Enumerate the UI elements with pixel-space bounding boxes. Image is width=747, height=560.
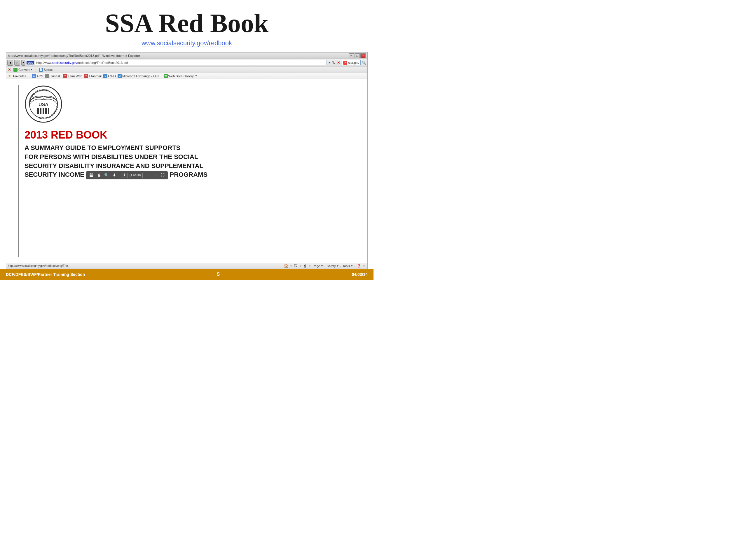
exchange-label: Microsoft Exchange - Outl...: [122, 74, 162, 78]
redbook-subtitle: A SUMMARY GUIDE TO EMPLOYMENT SUPPORTS F…: [25, 143, 229, 179]
favorites-item-uwo[interactable]: U UWO: [103, 74, 116, 78]
footer-page-number: 5: [217, 272, 220, 277]
favorites-item-itunes[interactable]: i iTunesU: [45, 74, 61, 78]
uwo-icon: U: [103, 74, 107, 78]
redbook-subtitle-line4-row: SECURITY INCOME 💾 🖨 🔍 ⬇ 1: [25, 170, 229, 179]
uwo-label: UWO: [108, 74, 116, 78]
pdf-toolbar: 💾 🖨 🔍 ⬇ 1 (1 of 60) −: [86, 171, 168, 179]
pdf-download-icon[interactable]: ⬇: [111, 172, 117, 178]
browser-content-inner: USA SOCIAL SECURITY: [18, 85, 356, 257]
browser-history-dropdown[interactable]: ▼: [21, 60, 25, 65]
select-icon: 📄: [39, 68, 43, 72]
ssa-logo: USA SOCIAL SECURITY: [25, 85, 62, 123]
subtitle-link[interactable]: www.socialsecurity.gov/redbook: [0, 39, 374, 47]
browser-search-go-icon[interactable]: 🔍: [362, 61, 366, 65]
address-url-suffix: /redbook/eng/TheRedBook2013.pdf: [77, 61, 128, 64]
browser-search-area: ▼ ↻ ✕ S ssa.gov 🔍: [328, 60, 366, 65]
acs-icon: A: [32, 74, 36, 78]
browser-title-text: http://www.socialsecurity.gov/redbook/en…: [8, 54, 140, 57]
favorites-separator: |: [29, 74, 29, 78]
browser-refresh-icon[interactable]: ↻: [332, 60, 336, 65]
browser-toolbar: ◄ ► ▼ SSA http://www.socialsecurity.gov/…: [6, 59, 367, 66]
slide-container: SSA Red Book www.socialsecurity.gov/redb…: [0, 0, 374, 280]
pdf-zoom-out-icon[interactable]: −: [145, 172, 150, 178]
convert-button[interactable]: C Convert ▼: [14, 68, 33, 72]
redbook-subtitle-line1: A SUMMARY GUIDE TO EMPLOYMENT SUPPORTS: [25, 143, 229, 153]
statusbar-dot3: •: [354, 264, 355, 268]
favorites-label: Favorites: [13, 74, 26, 78]
slide-footer: DCF/DFES/BWF/Partner Training Section 5 …: [0, 269, 374, 280]
browser-close-button[interactable]: ✕: [360, 53, 366, 58]
redbook-subtitle-line4-suffix: PROGRAMS: [168, 170, 207, 179]
statusbar-printer-icon[interactable]: 🖨: [303, 264, 307, 268]
browser-stop-icon[interactable]: ✕: [337, 61, 340, 65]
acs-label: ACS: [36, 74, 43, 78]
favorites-item-webslice[interactable]: W Web Slice Gallery ▼: [164, 74, 197, 78]
tools-button[interactable]: Tools ▼: [342, 264, 353, 268]
redbook-subtitle-line3: SECURITY DISABILITY INSURANCE AND SUPPLE…: [25, 162, 229, 170]
svg-rect-6: [45, 108, 47, 114]
statusbar-sep1: ▼: [290, 264, 293, 268]
main-title: SSA Red Book: [0, 9, 374, 37]
browser-minimize-button[interactable]: −: [349, 53, 354, 58]
footer-left-text: DCF/DFES/BWF/Partner Training Section: [6, 272, 85, 277]
statusbar-sep4: ▼: [362, 264, 366, 268]
statusbar-dot2: •: [340, 264, 341, 268]
convert-dropdown-icon[interactable]: ▼: [31, 68, 33, 71]
convert-separator: |: [35, 67, 36, 72]
statusbar-sep2: ▼: [299, 264, 302, 268]
redbook-title: 2013 RED BOOK: [25, 129, 356, 141]
favorites-item-titanmail[interactable]: T Titanmail: [84, 74, 102, 78]
page-button[interactable]: Page ▼: [312, 264, 323, 268]
browser-search-text: ssa.gov: [348, 61, 359, 64]
svg-rect-5: [43, 108, 44, 114]
pdf-zoom-in-icon[interactable]: +: [152, 172, 158, 178]
browser-address-bar[interactable]: http://www.socialsecurity.gov/redbook/en…: [35, 60, 327, 65]
titanweb-label: Titan Web: [68, 74, 82, 78]
itunes-label: iTunesU: [50, 74, 61, 78]
pdf-page-count: (1 of 60): [130, 173, 140, 177]
pdf-print-icon[interactable]: 🖨: [96, 172, 102, 178]
select-button[interactable]: 📄 Select: [39, 68, 53, 72]
statusbar-home-icon[interactable]: 🏠: [284, 264, 289, 268]
title-area: SSA Red Book www.socialsecurity.gov/redb…: [0, 0, 374, 50]
browser-window-controls: − □ ✕: [349, 53, 366, 58]
convert-close-icon[interactable]: ✕: [8, 68, 11, 72]
browser-area: http://www.socialsecurity.gov/redbook/en…: [6, 52, 368, 269]
webslice-label: Web Slice Gallery: [169, 74, 194, 78]
favorites-item-exchange[interactable]: M Microsoft Exchange - Outl...: [118, 74, 162, 78]
browser-forward-button[interactable]: ►: [14, 60, 20, 65]
browser-main-content: USA SOCIAL SECURITY: [25, 85, 356, 257]
pdf-divider2: [143, 173, 143, 178]
pdf-page-number-input[interactable]: 1: [121, 173, 128, 178]
svg-rect-3: [37, 108, 39, 114]
titanmail-label: Titanmail: [89, 74, 102, 78]
exchange-icon: M: [118, 74, 122, 78]
browser-titlebar: http://www.socialsecurity.gov/redbook/en…: [6, 53, 367, 59]
statusbar-url: http://www.socialsecurity.gov/redbook/en…: [8, 264, 70, 267]
browser-maximize-button[interactable]: □: [355, 53, 360, 58]
address-url-domain: socialsecurity.gov: [52, 61, 77, 64]
pdf-fit-icon[interactable]: ⛶: [160, 172, 165, 178]
ssa-logo-area: USA SOCIAL SECURITY: [25, 85, 356, 123]
pdf-search-icon[interactable]: 🔍: [104, 172, 109, 178]
statusbar-dot1: •: [325, 264, 326, 268]
statusbar-help-icon[interactable]: ❓: [357, 264, 361, 268]
convert-label: Convert: [18, 68, 30, 72]
titanmail-icon: T: [84, 74, 88, 78]
browser-back-button[interactable]: ◄: [7, 60, 13, 65]
webslice-dropdown-icon[interactable]: ▼: [195, 75, 197, 77]
svg-rect-4: [40, 108, 42, 114]
statusbar-shield-icon[interactable]: 🛡: [294, 264, 298, 268]
browser-search-favicon: S: [343, 61, 347, 65]
browser-ssa-badge: SSA: [27, 61, 34, 64]
safety-button[interactable]: Safety ▼: [327, 264, 339, 268]
browser-favorites-bar: ★ Favorites | A ACS i iTunesU T Titan We…: [6, 73, 367, 79]
favorites-star-icon: ★: [8, 74, 11, 78]
favorites-item-titanweb[interactable]: T Titan Web: [63, 74, 82, 78]
pdf-save-icon[interactable]: 💾: [88, 172, 94, 178]
svg-rect-7: [48, 108, 49, 114]
favorites-item-acs[interactable]: A ACS: [32, 74, 43, 78]
browser-dropdown-arrow-icon[interactable]: ▼: [328, 61, 331, 64]
browser-left-border: [18, 85, 19, 257]
